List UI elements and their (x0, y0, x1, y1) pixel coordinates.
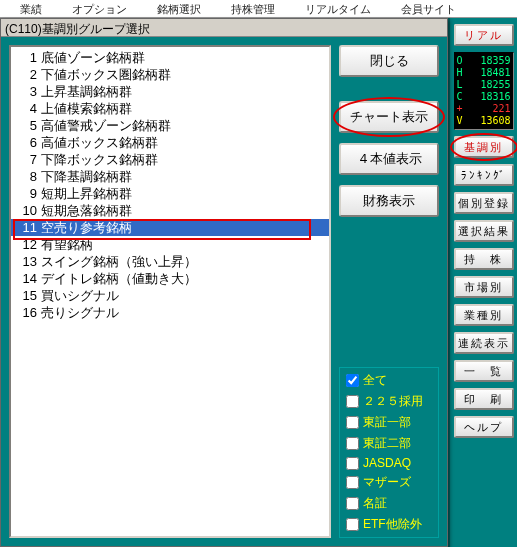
list-item[interactable]: 1底値ゾーン銘柄群 (11, 49, 329, 66)
menu-item[interactable]: オプション (72, 2, 127, 17)
list-item[interactable]: 5高値警戒ゾーン銘柄群 (11, 117, 329, 134)
filter-checkbox-label: ETF他除外 (363, 516, 422, 533)
list-item-label: 高値ボックス銘柄群 (41, 134, 158, 151)
side-panel: リアル O18359H18481L18255C18316+221V13608 基… (448, 18, 517, 547)
filter-checkbox[interactable] (346, 374, 359, 387)
menu-item[interactable]: 持株管理 (231, 2, 275, 17)
list-item-label: デイトレ銘柄（値動き大） (41, 270, 197, 287)
real-button[interactable]: リアル (454, 24, 514, 46)
filter-checkbox-label: ２２５採用 (363, 393, 423, 410)
print-button[interactable]: 印 刷 (454, 388, 514, 410)
list-item[interactable]: 2下値ボックス圏銘柄群 (11, 66, 329, 83)
list-item-number: 4 (13, 100, 37, 117)
filter-checkbox-row[interactable]: マザーズ (346, 474, 432, 491)
list-item-number: 10 (13, 202, 37, 219)
list-item-number: 14 (13, 270, 37, 287)
list-item[interactable]: 6高値ボックス銘柄群 (11, 134, 329, 151)
list-item-number: 3 (13, 83, 37, 100)
ticker-row: +221 (457, 103, 511, 115)
dialog-title: (C110)基調別グループ選択 (1, 19, 447, 37)
filter-checkbox-label: 東証一部 (363, 414, 411, 431)
list-item[interactable]: 10短期急落銘柄群 (11, 202, 329, 219)
list-item-number: 13 (13, 253, 37, 270)
list-item-number: 7 (13, 151, 37, 168)
list-item-label: スイング銘柄（強い上昇） (41, 253, 197, 270)
list-item-label: 底値ゾーン銘柄群 (41, 49, 145, 66)
menu-item[interactable]: リアルタイム (305, 2, 371, 17)
menu-item[interactable]: 銘柄選択 (157, 2, 201, 17)
list-item[interactable]: 12有望銘柄 (11, 236, 329, 253)
list-item[interactable]: 4上値模索銘柄群 (11, 100, 329, 117)
ticker-value: 18255 (480, 79, 510, 91)
list-item-number: 12 (13, 236, 37, 253)
filter-checkbox-row[interactable]: ETF他除外 (346, 516, 432, 533)
filter-checkbox[interactable] (346, 497, 359, 510)
list-item[interactable]: 3上昇基調銘柄群 (11, 83, 329, 100)
list-item-number: 8 (13, 168, 37, 185)
filter-checkbox-row[interactable]: 東証一部 (346, 414, 432, 431)
list-item-label: 短期急落銘柄群 (41, 202, 132, 219)
filter-checkbox-row[interactable]: ２２５採用 (346, 393, 432, 410)
kityobetsu-button[interactable]: 基調別 (454, 136, 514, 158)
list-item-number: 1 (13, 49, 37, 66)
list-item[interactable]: 14デイトレ銘柄（値動き大） (11, 270, 329, 287)
chart-display-button[interactable]: チャート表示 (339, 101, 439, 133)
filter-checkbox-row[interactable]: 東証二部 (346, 435, 432, 452)
group-listbox[interactable]: 1底値ゾーン銘柄群2下値ボックス圏銘柄群3上昇基調銘柄群4上値模索銘柄群5高値警… (9, 45, 331, 538)
by-market-button[interactable]: 市場別 (454, 276, 514, 298)
ticker-row: O18359 (457, 55, 511, 67)
filter-checkbox[interactable] (346, 457, 359, 470)
filter-checkbox-row[interactable]: 名証 (346, 495, 432, 512)
filter-checkbox[interactable] (346, 416, 359, 429)
list-item-label: 上昇基調銘柄群 (41, 83, 132, 100)
market-filter-panel: 全て２２５採用東証一部東証二部JASDAQマザーズ名証ETF他除外 (339, 367, 439, 538)
help-button[interactable]: ヘルプ (454, 416, 514, 438)
list-item-label: 空売り参考銘柄 (41, 219, 132, 236)
list-button[interactable]: 一 覧 (454, 360, 514, 382)
list-item[interactable]: 11空売り参考銘柄 (11, 219, 329, 236)
holdings-button[interactable]: 持 株 (454, 248, 514, 270)
group-select-dialog: (C110)基調別グループ選択 1底値ゾーン銘柄群2下値ボックス圏銘柄群3上昇基… (0, 18, 448, 547)
fourvalue-display-button[interactable]: ４本値表示 (339, 143, 439, 175)
ticker-row: C18316 (457, 91, 511, 103)
ticker-value: 18481 (480, 67, 510, 79)
list-item-label: 短期上昇銘柄群 (41, 185, 132, 202)
continuous-display-button[interactable]: 連続表示 (454, 332, 514, 354)
filter-checkbox[interactable] (346, 518, 359, 531)
ticker-row: H18481 (457, 67, 511, 79)
filter-checkbox-label: マザーズ (363, 474, 411, 491)
filter-checkbox-row[interactable]: JASDAQ (346, 456, 432, 470)
list-item[interactable]: 7下降ボックス銘柄群 (11, 151, 329, 168)
close-button[interactable]: 閉じる (339, 45, 439, 77)
ticker-key: C (457, 91, 463, 103)
list-item-number: 11 (13, 219, 37, 236)
list-item-label: 上値模索銘柄群 (41, 100, 132, 117)
ticker-key: V (457, 115, 463, 127)
list-item[interactable]: 8下降基調銘柄群 (11, 168, 329, 185)
list-item-label: 高値警戒ゾーン銘柄群 (41, 117, 171, 134)
ticker-value: 221 (492, 103, 510, 115)
menu-item[interactable]: 会員サイト (401, 2, 456, 17)
list-item[interactable]: 13スイング銘柄（強い上昇） (11, 253, 329, 270)
ticker-value: 13608 (480, 115, 510, 127)
ticker-row: V13608 (457, 115, 511, 127)
filter-checkbox-label: 名証 (363, 495, 387, 512)
list-item[interactable]: 9短期上昇銘柄群 (11, 185, 329, 202)
filter-checkbox-label: 全て (363, 372, 387, 389)
select-result-button[interactable]: 選択結果 (454, 220, 514, 242)
filter-checkbox-row[interactable]: 全て (346, 372, 432, 389)
individual-register-button[interactable]: 個別登録 (454, 192, 514, 214)
list-item-number: 16 (13, 304, 37, 321)
list-item[interactable]: 15買いシグナル (11, 287, 329, 304)
by-sector-button[interactable]: 業種別 (454, 304, 514, 326)
filter-checkbox[interactable] (346, 395, 359, 408)
filter-checkbox[interactable] (346, 437, 359, 450)
menu-item[interactable]: 業績 (20, 2, 42, 17)
ticker-value: 18316 (480, 91, 510, 103)
finance-display-button[interactable]: 財務表示 (339, 185, 439, 217)
filter-checkbox[interactable] (346, 476, 359, 489)
filter-checkbox-label: JASDAQ (363, 456, 411, 470)
list-item-label: 買いシグナル (41, 287, 119, 304)
ranking-button[interactable]: ﾗﾝｷﾝｸﾞ (454, 164, 514, 186)
list-item[interactable]: 16売りシグナル (11, 304, 329, 321)
